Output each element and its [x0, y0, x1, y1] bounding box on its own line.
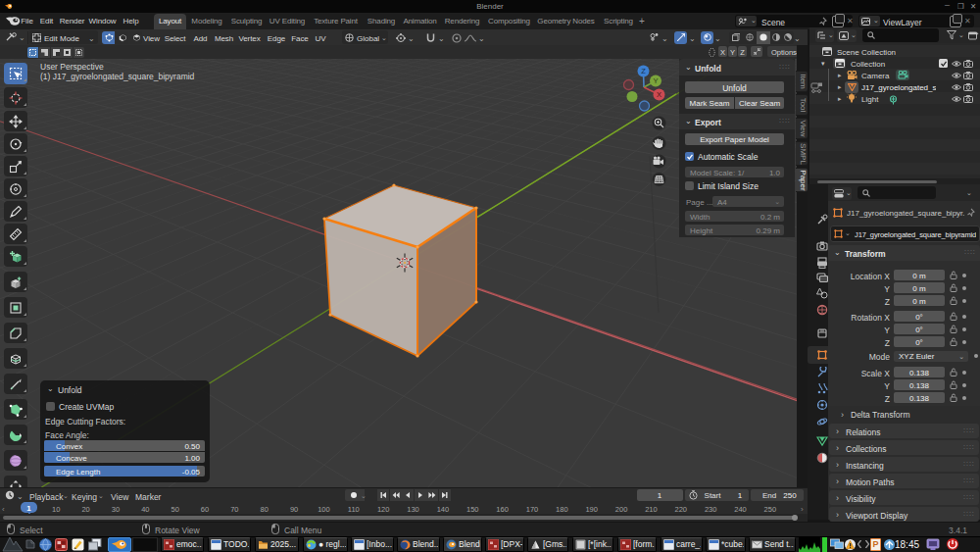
svg-text:X: X — [657, 90, 662, 99]
svg-text:Y: Y — [653, 76, 658, 85]
svg-text:Z: Z — [641, 67, 646, 75]
